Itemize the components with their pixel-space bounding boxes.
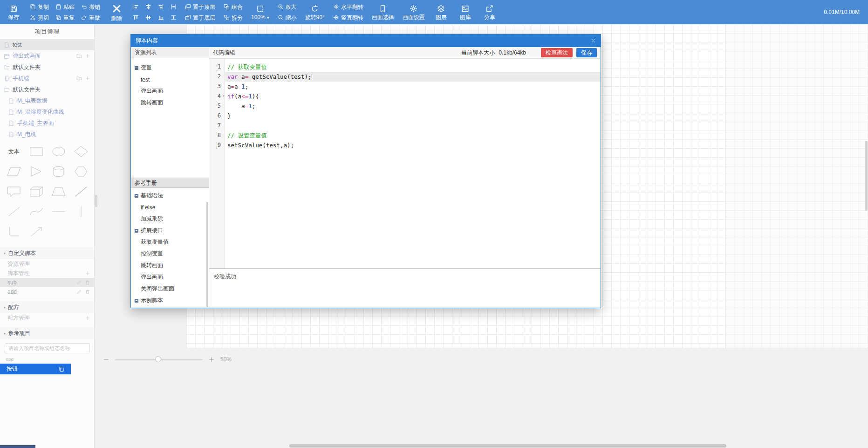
project-tree-item[interactable]: M_电机 <box>0 129 94 140</box>
screen-settings-button[interactable]: 画面设置 <box>403 5 425 20</box>
flip-horizontal-button[interactable]: 水平翻转 <box>333 3 363 10</box>
check-syntax-button[interactable]: 检查语法 <box>541 48 573 57</box>
project-tree-item[interactable]: test <box>0 39 94 50</box>
vertical-scrollbar[interactable] <box>865 141 868 211</box>
code-editor[interactable]: 1234▾56789 // 获取变量值var a= getScValue(tes… <box>209 59 601 269</box>
project-tree-item[interactable]: 默认文件夹 <box>0 62 94 73</box>
project-search-input[interactable] <box>5 343 90 353</box>
gallery-button[interactable]: 图库 <box>458 5 473 20</box>
zoom-select-button[interactable]: 100% ▾ <box>251 5 269 20</box>
resource-tree-item[interactable]: 变量 <box>131 62 209 74</box>
section-reference[interactable]: ▾ 参考项目 <box>0 327 94 339</box>
code-line[interactable]: a=1; <box>225 101 601 111</box>
shape-line-horizontal[interactable] <box>48 205 70 219</box>
shape-parallelogram[interactable] <box>3 165 25 179</box>
plus-action-button[interactable] <box>85 76 90 81</box>
shape-triangle[interactable] <box>25 165 48 179</box>
collapse-toggle-icon[interactable] <box>135 229 138 233</box>
shape-diamond[interactable] <box>70 145 92 159</box>
zoom-slider-handle[interactable] <box>155 356 161 362</box>
trash-button[interactable] <box>85 289 90 295</box>
sidebar-resize-handle[interactable] <box>95 195 97 207</box>
pencil-button[interactable] <box>76 280 82 285</box>
zoom-out-button[interactable] <box>103 356 109 363</box>
folder-action-button[interactable] <box>76 53 82 59</box>
paste-button[interactable]: 粘贴 <box>55 3 75 10</box>
share-button[interactable]: 分享 <box>482 5 498 20</box>
reference-item[interactable]: use <box>0 355 94 363</box>
section-custom-script[interactable]: ▾ 自定义脚本 <box>0 247 94 259</box>
code-line[interactable]: } <box>225 111 601 121</box>
align-right-button[interactable] <box>158 3 164 10</box>
save-script-button[interactable]: 保存 <box>576 48 597 57</box>
collapse-toggle-icon[interactable] <box>135 194 138 198</box>
shape-speech-bubble[interactable] <box>3 185 25 199</box>
manual-item[interactable]: 弹出画面 <box>131 271 209 283</box>
code-line[interactable] <box>225 121 601 131</box>
redo-button[interactable]: 重做 <box>81 14 100 21</box>
close-icon[interactable] <box>591 38 596 43</box>
code-line[interactable]: // 获取变量值 <box>225 62 601 72</box>
screen-select-button[interactable]: 画面选择 <box>372 5 394 20</box>
undo-button[interactable]: 撤销 <box>81 3 100 10</box>
align-center-h-button[interactable] <box>145 3 151 10</box>
shape-cube[interactable] <box>25 185 48 199</box>
cut-button[interactable]: 剪切 <box>30 14 49 21</box>
flip-vertical-button[interactable]: 竖直翻转 <box>333 14 363 21</box>
manual-item[interactable]: 控制变量 <box>131 248 209 260</box>
shape-rect[interactable] <box>25 145 48 159</box>
align-bottom-button[interactable] <box>158 14 164 21</box>
shape-line-vertical[interactable] <box>70 205 92 219</box>
project-tree-item[interactable]: M_温湿度变化曲线 <box>0 106 94 117</box>
project-tree-item[interactable]: 默认文件夹 <box>0 84 94 95</box>
manual-item[interactable]: if else <box>131 201 209 213</box>
pencil-button[interactable] <box>76 289 82 295</box>
collapse-toggle-icon[interactable] <box>135 299 138 303</box>
zoom-slider[interactable] <box>115 359 203 360</box>
group-button[interactable]: 组合 <box>224 3 243 10</box>
trash-button[interactable] <box>85 280 90 285</box>
dialog-titlebar[interactable]: 脚本内容 <box>131 34 601 47</box>
recipe-item[interactable]: 配方管理 <box>0 313 94 323</box>
folder-action-button[interactable] <box>76 76 82 81</box>
rotate-90-button[interactable]: 旋转90° <box>305 5 325 20</box>
distribute-h-button[interactable] <box>171 3 177 10</box>
zoom-out-button[interactable]: 缩小 <box>278 14 297 21</box>
code-line[interactable]: setScValue(test,a); <box>225 140 601 150</box>
shape-hexagon[interactable] <box>70 165 92 179</box>
align-left-button[interactable] <box>133 3 139 10</box>
floppy-button[interactable]: 保存 <box>6 5 21 20</box>
shape-corner-line[interactable] <box>3 225 25 239</box>
send-back-button[interactable]: 置于底层 <box>185 14 215 21</box>
code-line[interactable]: a=a-1; <box>225 82 601 91</box>
distribute-v-button[interactable] <box>171 14 177 21</box>
code-text-area[interactable]: // 获取变量值var a= getScValue(test);a=a-1;if… <box>225 59 601 269</box>
project-tree-item[interactable]: M_电表数据 <box>0 95 94 106</box>
manual-item[interactable]: 获取变量值 <box>131 236 209 248</box>
resource-tree-item[interactable]: test <box>131 74 209 85</box>
code-line[interactable]: // 设置变量值 <box>225 131 601 140</box>
code-line[interactable]: if(a<=1){ <box>225 91 601 101</box>
repeat-button[interactable]: 重复 <box>55 14 75 21</box>
layers-button[interactable]: 图层 <box>433 5 449 20</box>
shape-cylinder[interactable] <box>48 165 70 179</box>
project-tree-item[interactable]: 手机端 <box>0 73 94 84</box>
zoom-in-button[interactable]: 放大 <box>278 3 297 10</box>
resource-tree-item[interactable]: 跳转画面 <box>131 97 209 109</box>
project-tree-item[interactable]: 手机端_主界面 <box>0 117 94 129</box>
script-item[interactable]: sub <box>0 278 94 287</box>
code-line[interactable]: var a= getScValue(test); <box>225 72 601 82</box>
panel-scrollbar[interactable] <box>206 202 208 307</box>
ungroup-button[interactable]: 拆分 <box>224 14 243 21</box>
manual-item[interactable]: 跳转画面 <box>131 260 209 271</box>
shape-curve-s[interactable] <box>25 205 48 219</box>
manual-item[interactable]: 关闭弹出画面 <box>131 283 209 295</box>
bring-front-button[interactable]: 置于顶层 <box>185 3 215 10</box>
project-tree-item[interactable]: 弹出式画面 <box>0 50 94 62</box>
manual-item[interactable]: 基础语法 <box>131 190 209 201</box>
manual-item[interactable]: 扩展接口 <box>131 225 209 236</box>
add-button[interactable] <box>85 315 90 321</box>
shape-line-diagonal[interactable] <box>70 185 92 199</box>
resource-tree-item[interactable]: 弹出画面 <box>131 85 209 97</box>
fold-marker-icon[interactable]: ▾ <box>223 91 225 101</box>
